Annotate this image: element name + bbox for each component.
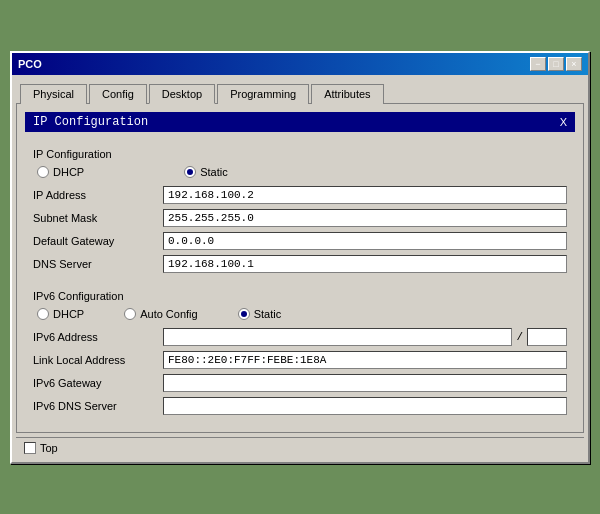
ip-address-input[interactable] bbox=[163, 186, 567, 204]
ipv6-config-section: IPv6 Configuration DHCP Auto Config Stat… bbox=[25, 282, 575, 424]
ipv6-address-label: IPv6 Address bbox=[33, 331, 163, 343]
subnet-mask-label: Subnet Mask bbox=[33, 212, 163, 224]
static-radio[interactable]: Static bbox=[184, 166, 228, 178]
window-body: Physical Config Desktop Programming Attr… bbox=[12, 75, 588, 462]
ipv6-gateway-row: IPv6 Gateway bbox=[33, 374, 567, 392]
top-checkbox-item[interactable]: Top bbox=[24, 442, 58, 454]
minimize-button[interactable]: − bbox=[530, 57, 546, 71]
window-controls: − □ × bbox=[530, 57, 582, 71]
title-bar: PCO − □ × bbox=[12, 53, 588, 75]
ip-address-label: IP Address bbox=[33, 189, 163, 201]
dns-server-label: DNS Server bbox=[33, 258, 163, 270]
ipv6-static-label: Static bbox=[254, 308, 282, 320]
maximize-button[interactable]: □ bbox=[548, 57, 564, 71]
tab-bar: Physical Config Desktop Programming Attr… bbox=[16, 79, 584, 103]
link-local-input[interactable] bbox=[163, 351, 567, 369]
window-title: PCO bbox=[18, 58, 42, 70]
ipv6-gateway-input[interactable] bbox=[163, 374, 567, 392]
default-gateway-input[interactable] bbox=[163, 232, 567, 250]
top-checkbox[interactable] bbox=[24, 442, 36, 454]
section-close-button[interactable]: X bbox=[560, 116, 567, 128]
subnet-mask-input[interactable] bbox=[163, 209, 567, 227]
section-header-bar: IP Configuration X bbox=[25, 112, 575, 132]
static-radio-circle[interactable] bbox=[184, 166, 196, 178]
ipv6-slash: / bbox=[512, 331, 527, 343]
ip-mode-radio-row: DHCP Static bbox=[33, 166, 567, 178]
link-local-row: Link Local Address bbox=[33, 351, 567, 369]
dns-server-row: DNS Server bbox=[33, 255, 567, 273]
ipv6-dhcp-label: DHCP bbox=[53, 308, 84, 320]
tab-content: IP Configuration X IP Configuration DHCP… bbox=[16, 103, 584, 433]
ipv6-dhcp-radio-circle[interactable] bbox=[37, 308, 49, 320]
ip-section-label: IP Configuration bbox=[33, 148, 567, 160]
ip-config-section: IP Configuration DHCP Static IP Address bbox=[25, 140, 575, 282]
ipv6-prefix-input[interactable] bbox=[527, 328, 567, 346]
default-gateway-label: Default Gateway bbox=[33, 235, 163, 247]
dhcp-radio[interactable]: DHCP bbox=[37, 166, 84, 178]
ipv6-mode-radio-row: DHCP Auto Config Static bbox=[33, 308, 567, 320]
ipv6-gateway-label: IPv6 Gateway bbox=[33, 377, 163, 389]
ipv6-auto-config-radio[interactable]: Auto Config bbox=[124, 308, 197, 320]
static-label: Static bbox=[200, 166, 228, 178]
ipv6-static-radio-circle[interactable] bbox=[238, 308, 250, 320]
tab-physical[interactable]: Physical bbox=[20, 84, 87, 104]
tab-programming[interactable]: Programming bbox=[217, 84, 309, 104]
ipv6-dns-input[interactable] bbox=[163, 397, 567, 415]
section-header-title: IP Configuration bbox=[33, 115, 148, 129]
tab-attributes[interactable]: Attributes bbox=[311, 84, 383, 104]
ipv6-auto-radio-circle[interactable] bbox=[124, 308, 136, 320]
dns-server-input[interactable] bbox=[163, 255, 567, 273]
ipv6-dhcp-radio[interactable]: DHCP bbox=[37, 308, 84, 320]
tab-desktop[interactable]: Desktop bbox=[149, 84, 215, 104]
bottom-bar: Top bbox=[16, 437, 584, 458]
ipv6-address-input[interactable] bbox=[163, 328, 512, 346]
subnet-mask-row: Subnet Mask bbox=[33, 209, 567, 227]
ipv6-dns-row: IPv6 DNS Server bbox=[33, 397, 567, 415]
close-button[interactable]: × bbox=[566, 57, 582, 71]
ipv6-auto-config-label: Auto Config bbox=[140, 308, 197, 320]
dhcp-label: DHCP bbox=[53, 166, 84, 178]
top-checkbox-label: Top bbox=[40, 442, 58, 454]
ipv6-address-row: IPv6 Address / bbox=[33, 328, 567, 346]
tab-config[interactable]: Config bbox=[89, 84, 147, 104]
ip-address-row: IP Address bbox=[33, 186, 567, 204]
link-local-label: Link Local Address bbox=[33, 354, 163, 366]
dhcp-radio-circle[interactable] bbox=[37, 166, 49, 178]
ipv6-dns-label: IPv6 DNS Server bbox=[33, 400, 163, 412]
ipv6-static-radio[interactable]: Static bbox=[238, 308, 282, 320]
default-gateway-row: Default Gateway bbox=[33, 232, 567, 250]
main-window: PCO − □ × Physical Config Desktop Progra… bbox=[10, 51, 590, 464]
ipv6-section-label: IPv6 Configuration bbox=[33, 290, 567, 302]
